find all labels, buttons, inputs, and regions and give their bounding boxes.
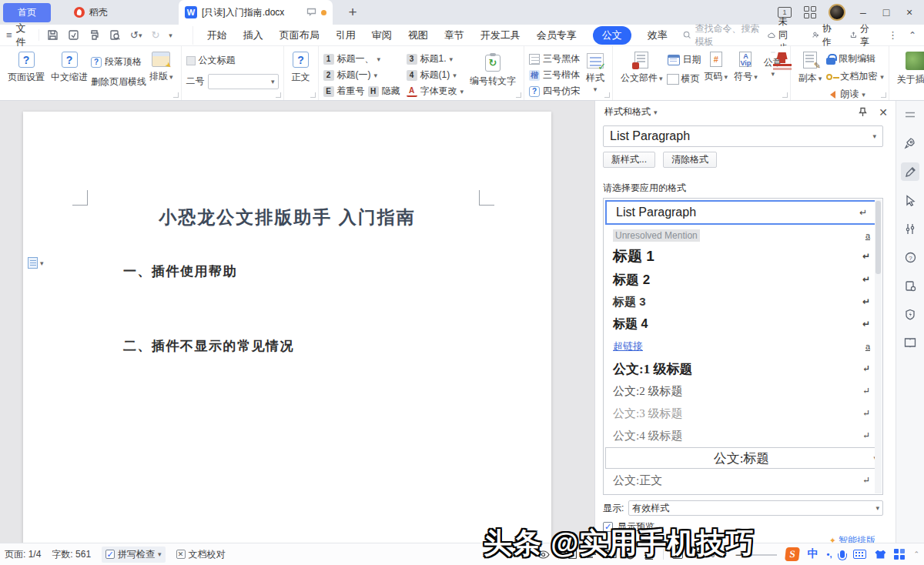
spellcheck-toggle[interactable]: ✓拼写检查▾	[102, 547, 166, 563]
style-item-gw-level1[interactable]: 公文:1 级标题↵	[604, 357, 882, 380]
undo-icon[interactable]: ↺▾	[130, 29, 142, 41]
style-item-heading3[interactable]: 标题 3↵	[604, 291, 882, 313]
restrict-editing-button[interactable]: 限制编辑	[826, 52, 884, 66]
font-size-combo[interactable]: ▾	[208, 74, 279, 89]
menu-section[interactable]: 章节	[444, 28, 464, 42]
menu-view[interactable]: 视图	[408, 28, 428, 42]
heading3-style-button[interactable]: 3标题1.▾	[407, 52, 464, 66]
page-setup-button[interactable]: ?页面设置	[5, 50, 48, 85]
redo-icon[interactable]: ↻	[151, 29, 159, 41]
document-heading-1[interactable]: 一、插件使用帮助	[123, 262, 237, 280]
current-style-combo[interactable]: List Paragraph ▾	[603, 125, 883, 147]
doc-settings-icon[interactable]	[901, 276, 919, 295]
heading1-style-button[interactable]: 1标题一、▾	[323, 52, 400, 66]
paragraph-top-button[interactable]: ?段落顶格	[91, 55, 146, 69]
emphasis-mark-button[interactable]: 着重号	[337, 85, 365, 98]
document-page[interactable]: 小恐龙公文排版助手 入门指南 一、插件使用帮助 二、插件不显示的常见情况	[23, 112, 551, 565]
rail-menu-icon[interactable]	[901, 105, 919, 124]
style-gallery-button[interactable]: 样式▾	[583, 50, 608, 95]
document-heading-2[interactable]: 二、插件不显示的常见情况	[123, 337, 294, 355]
sogou-logo-icon[interactable]: S	[785, 547, 800, 561]
save-icon[interactable]	[47, 29, 59, 41]
clear-format-button[interactable]: 清除格式	[663, 152, 717, 168]
style-item-unresolved-mention[interactable]: Unresolved Mentiona	[604, 226, 882, 245]
ime-toolbox-icon[interactable]	[894, 549, 905, 560]
rocket-icon[interactable]	[901, 134, 919, 152]
menu-dev-tools[interactable]: 开发工具	[480, 28, 521, 42]
ime-expand-icon[interactable]: ⌃	[913, 550, 919, 558]
keyboard-icon[interactable]	[853, 550, 866, 559]
date-button[interactable]: 日期	[668, 52, 701, 67]
style-item-gw-title[interactable]: 公文:标题▾	[605, 447, 881, 469]
number-to-text-button[interactable]: ↻编号转文字	[467, 50, 519, 89]
symbol-button[interactable]: AVip符号▾	[731, 50, 761, 85]
font-change-button[interactable]: A字体更改▾	[407, 84, 464, 99]
style-item-heading2[interactable]: 标题 2↵	[604, 268, 882, 291]
style-item-heading4[interactable]: 标题 4↵	[604, 313, 882, 336]
output-icon[interactable]	[68, 29, 79, 41]
command-search[interactable]: 查找命令、搜索模板	[683, 22, 763, 48]
gongwen-parts-button[interactable]: 公文部件▾	[618, 50, 666, 86]
encrypt-button[interactable]: 文档加密▾	[826, 69, 884, 84]
mic-icon[interactable]	[840, 550, 845, 558]
new-tab-button[interactable]: +	[343, 4, 362, 21]
font-kaiti-button[interactable]: 楷三号楷体	[529, 68, 580, 82]
gongwen-title-checkbox[interactable]: 公文标题	[186, 53, 279, 68]
tab-home[interactable]: 首页	[3, 3, 51, 22]
landscape-button[interactable]: 横页	[668, 72, 701, 86]
proofread-toggle[interactable]: ✕文档校对	[176, 548, 226, 561]
print-icon[interactable]	[89, 29, 100, 41]
page-number-button[interactable]: #页码▾	[701, 50, 732, 85]
menu-member[interactable]: 会员专享	[537, 28, 577, 42]
menu-references[interactable]: 引用	[336, 28, 356, 42]
print-preview-icon[interactable]	[109, 29, 121, 41]
menu-efficiency[interactable]: 效率	[648, 28, 668, 42]
more-options-icon[interactable]: ⋮	[883, 29, 902, 41]
tab-document[interactable]: W [只读]入门指南.docx	[179, 0, 333, 25]
collaborate-button[interactable]: 协作	[808, 22, 839, 48]
page-indicator[interactable]: 页面: 1/4	[5, 548, 41, 561]
sliders-icon[interactable]	[901, 219, 919, 238]
menu-start[interactable]: 开始	[207, 28, 227, 42]
menu-page-layout[interactable]: 页面布局	[280, 28, 320, 42]
menu-review[interactable]: 审阅	[372, 28, 392, 42]
font-fangsong-button[interactable]: ?四号仿宋	[529, 84, 580, 99]
style-item-list-paragraph[interactable]: List Paragraph↵	[605, 200, 881, 225]
document-title[interactable]: 小恐龙公文排版助手 入门指南	[23, 206, 551, 229]
menu-gongwen[interactable]: 公文	[593, 26, 631, 45]
show-filter-combo[interactable]: 有效样式▾	[628, 500, 883, 516]
quick-access-dropdown-icon[interactable]: ▾	[169, 32, 172, 39]
heading2-style-button[interactable]: 2标题(一)▾	[323, 68, 400, 82]
word-count[interactable]: 字数: 561	[52, 548, 91, 561]
edit-pencil-icon[interactable]	[901, 162, 919, 181]
ime-chinese-icon[interactable]: 中	[808, 547, 819, 561]
heading4-style-button[interactable]: 4标题(1)▾	[407, 68, 464, 82]
ime-punct-icon[interactable]: •,	[827, 550, 832, 559]
reader-book-icon[interactable]	[901, 333, 919, 352]
share-button[interactable]: 分享	[845, 22, 877, 48]
duplicate-button[interactable]: 副本▾	[795, 50, 825, 86]
chinese-indent-button[interactable]: ?中文缩进	[48, 50, 91, 85]
style-item-gw-level2[interactable]: 公文:2 级标题↵	[604, 380, 882, 403]
help-circle-icon[interactable]: ?	[901, 248, 919, 266]
font-heiti-button[interactable]: 三号黑体	[529, 52, 580, 66]
style-item-heading1[interactable]: 标题 1↵	[604, 245, 882, 268]
panel-close-icon[interactable]: ✕	[879, 106, 888, 119]
pin-icon[interactable]	[858, 107, 868, 118]
style-item-gw-body[interactable]: 公文:正文↵	[604, 470, 882, 491]
new-style-button[interactable]: 新样式...	[603, 152, 655, 168]
read-aloud-button[interactable]: 朗读▾	[826, 87, 884, 101]
menu-insert[interactable]: 插入	[243, 28, 263, 42]
styles-list-scrollbar[interactable]	[875, 199, 882, 493]
file-menu[interactable]: ≡ 文件	[0, 22, 38, 49]
layout-button[interactable]: 排版▾	[146, 50, 176, 85]
style-item-hyperlink[interactable]: 超链接a	[604, 336, 882, 357]
shield-flash-icon[interactable]	[901, 305, 919, 323]
style-item-gw-level3[interactable]: 公文:3 级标题↵	[604, 403, 882, 425]
style-item-gw-level4[interactable]: 公文:4 级标题↵	[604, 425, 882, 446]
tab-docer[interactable]: 稻壳	[51, 0, 131, 25]
comment-icon[interactable]	[306, 8, 316, 17]
panel-title-dropdown-icon[interactable]: ▾	[654, 109, 658, 116]
cursor-icon[interactable]	[901, 191, 919, 209]
remove-header-line-button[interactable]: 删除页眉横线	[91, 75, 146, 89]
